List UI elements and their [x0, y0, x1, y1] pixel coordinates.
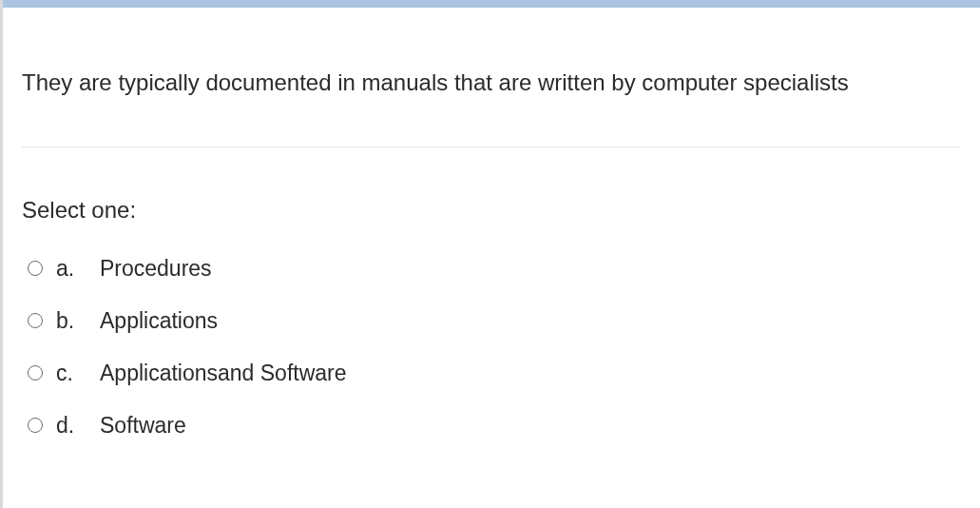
question-text: They are typically documented in manuals…: [22, 67, 961, 99]
radio-option-d[interactable]: [28, 418, 43, 433]
option-text: Applications: [100, 308, 218, 334]
option-text: Software: [100, 413, 186, 439]
option-letter: b.: [56, 308, 81, 334]
radio-option-a[interactable]: [28, 261, 43, 276]
option-b[interactable]: b. Applications: [22, 295, 961, 347]
radio-option-c[interactable]: [28, 365, 43, 381]
header-accent-bar: [0, 0, 980, 8]
option-letter: c.: [56, 361, 81, 386]
option-c[interactable]: c. Applicationsand Software: [22, 347, 961, 400]
content-wrapper: They are typically documented in manuals…: [0, 8, 980, 508]
option-text: Procedures: [100, 256, 212, 282]
question-section: They are typically documented in manuals…: [3, 8, 980, 147]
option-letter: d.: [56, 413, 81, 439]
answer-section: Select one: a. Procedures b. Application…: [3, 147, 980, 452]
option-text: Applicationsand Software: [100, 361, 347, 386]
option-letter: a.: [56, 256, 81, 282]
radio-option-b[interactable]: [28, 313, 43, 328]
option-d[interactable]: d. Software: [22, 400, 961, 452]
select-one-label: Select one:: [22, 197, 961, 224]
option-a[interactable]: a. Procedures: [22, 243, 961, 295]
